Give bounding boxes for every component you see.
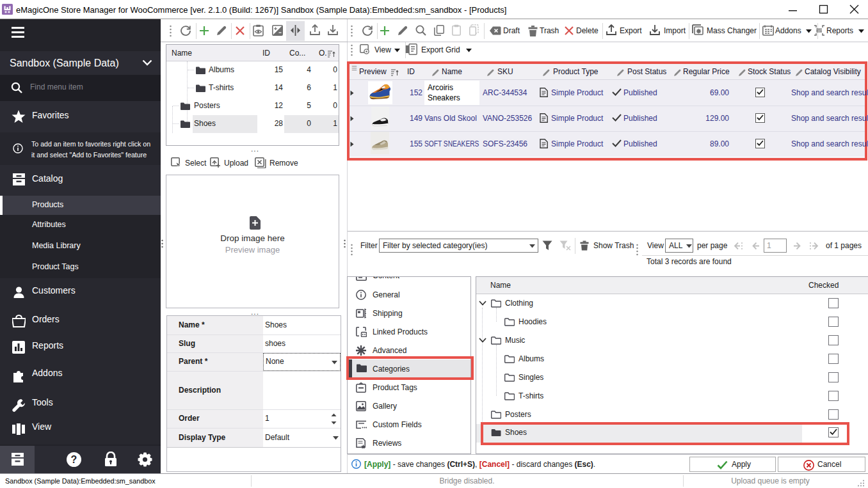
svg-text:?: ? [71,454,77,465]
